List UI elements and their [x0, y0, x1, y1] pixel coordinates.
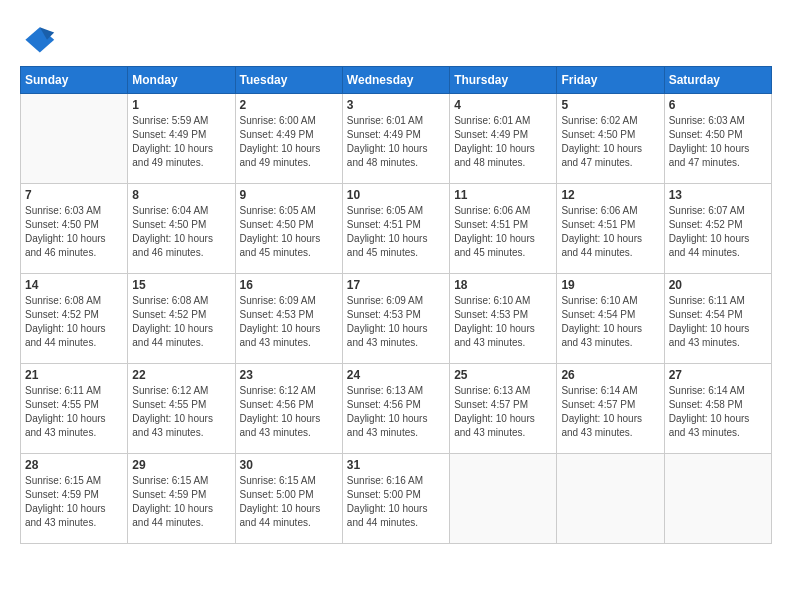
week-row: 28Sunrise: 6:15 AMSunset: 4:59 PMDayligh…: [21, 454, 772, 544]
week-row: 14Sunrise: 6:08 AMSunset: 4:52 PMDayligh…: [21, 274, 772, 364]
day-info: Sunrise: 6:05 AMSunset: 4:50 PMDaylight:…: [240, 204, 338, 260]
day-number: 4: [454, 98, 552, 112]
calendar-header-row: SundayMondayTuesdayWednesdayThursdayFrid…: [21, 67, 772, 94]
calendar-cell: [664, 454, 771, 544]
day-info: Sunrise: 5:59 AMSunset: 4:49 PMDaylight:…: [132, 114, 230, 170]
day-number: 3: [347, 98, 445, 112]
day-info: Sunrise: 6:10 AMSunset: 4:53 PMDaylight:…: [454, 294, 552, 350]
calendar-cell: 24Sunrise: 6:13 AMSunset: 4:56 PMDayligh…: [342, 364, 449, 454]
calendar-cell: 10Sunrise: 6:05 AMSunset: 4:51 PMDayligh…: [342, 184, 449, 274]
day-info: Sunrise: 6:03 AMSunset: 4:50 PMDaylight:…: [25, 204, 123, 260]
day-number: 8: [132, 188, 230, 202]
day-number: 13: [669, 188, 767, 202]
day-number: 24: [347, 368, 445, 382]
day-of-week-header: Saturday: [664, 67, 771, 94]
week-row: 1Sunrise: 5:59 AMSunset: 4:49 PMDaylight…: [21, 94, 772, 184]
day-of-week-header: Sunday: [21, 67, 128, 94]
day-number: 20: [669, 278, 767, 292]
day-number: 18: [454, 278, 552, 292]
day-number: 31: [347, 458, 445, 472]
day-number: 22: [132, 368, 230, 382]
calendar-cell: 7Sunrise: 6:03 AMSunset: 4:50 PMDaylight…: [21, 184, 128, 274]
day-info: Sunrise: 6:16 AMSunset: 5:00 PMDaylight:…: [347, 474, 445, 530]
day-info: Sunrise: 6:15 AMSunset: 5:00 PMDaylight:…: [240, 474, 338, 530]
calendar-cell: 17Sunrise: 6:09 AMSunset: 4:53 PMDayligh…: [342, 274, 449, 364]
day-info: Sunrise: 6:15 AMSunset: 4:59 PMDaylight:…: [132, 474, 230, 530]
day-info: Sunrise: 6:07 AMSunset: 4:52 PMDaylight:…: [669, 204, 767, 260]
day-of-week-header: Monday: [128, 67, 235, 94]
day-number: 25: [454, 368, 552, 382]
day-number: 5: [561, 98, 659, 112]
day-number: 26: [561, 368, 659, 382]
calendar-cell: 14Sunrise: 6:08 AMSunset: 4:52 PMDayligh…: [21, 274, 128, 364]
day-info: Sunrise: 6:11 AMSunset: 4:55 PMDaylight:…: [25, 384, 123, 440]
day-info: Sunrise: 6:04 AMSunset: 4:50 PMDaylight:…: [132, 204, 230, 260]
calendar-cell: 16Sunrise: 6:09 AMSunset: 4:53 PMDayligh…: [235, 274, 342, 364]
day-number: 29: [132, 458, 230, 472]
calendar-cell: [450, 454, 557, 544]
day-number: 6: [669, 98, 767, 112]
day-info: Sunrise: 6:02 AMSunset: 4:50 PMDaylight:…: [561, 114, 659, 170]
day-number: 7: [25, 188, 123, 202]
calendar-cell: 1Sunrise: 5:59 AMSunset: 4:49 PMDaylight…: [128, 94, 235, 184]
day-info: Sunrise: 6:08 AMSunset: 4:52 PMDaylight:…: [132, 294, 230, 350]
day-info: Sunrise: 6:01 AMSunset: 4:49 PMDaylight:…: [347, 114, 445, 170]
day-info: Sunrise: 6:08 AMSunset: 4:52 PMDaylight:…: [25, 294, 123, 350]
calendar-cell: 30Sunrise: 6:15 AMSunset: 5:00 PMDayligh…: [235, 454, 342, 544]
calendar-cell: 18Sunrise: 6:10 AMSunset: 4:53 PMDayligh…: [450, 274, 557, 364]
page-header: [20, 20, 772, 56]
day-info: Sunrise: 6:09 AMSunset: 4:53 PMDaylight:…: [240, 294, 338, 350]
day-number: 9: [240, 188, 338, 202]
logo-icon: [20, 20, 56, 56]
day-number: 27: [669, 368, 767, 382]
day-number: 19: [561, 278, 659, 292]
calendar-cell: 25Sunrise: 6:13 AMSunset: 4:57 PMDayligh…: [450, 364, 557, 454]
day-info: Sunrise: 6:13 AMSunset: 4:57 PMDaylight:…: [454, 384, 552, 440]
day-number: 30: [240, 458, 338, 472]
day-of-week-header: Thursday: [450, 67, 557, 94]
day-number: 17: [347, 278, 445, 292]
calendar-cell: 22Sunrise: 6:12 AMSunset: 4:55 PMDayligh…: [128, 364, 235, 454]
calendar-table: SundayMondayTuesdayWednesdayThursdayFrid…: [20, 66, 772, 544]
calendar-cell: 4Sunrise: 6:01 AMSunset: 4:49 PMDaylight…: [450, 94, 557, 184]
day-info: Sunrise: 6:15 AMSunset: 4:59 PMDaylight:…: [25, 474, 123, 530]
week-row: 21Sunrise: 6:11 AMSunset: 4:55 PMDayligh…: [21, 364, 772, 454]
calendar-cell: 28Sunrise: 6:15 AMSunset: 4:59 PMDayligh…: [21, 454, 128, 544]
calendar-cell: [557, 454, 664, 544]
day-info: Sunrise: 6:12 AMSunset: 4:55 PMDaylight:…: [132, 384, 230, 440]
calendar-cell: 2Sunrise: 6:00 AMSunset: 4:49 PMDaylight…: [235, 94, 342, 184]
calendar-cell: 27Sunrise: 6:14 AMSunset: 4:58 PMDayligh…: [664, 364, 771, 454]
calendar-cell: 11Sunrise: 6:06 AMSunset: 4:51 PMDayligh…: [450, 184, 557, 274]
calendar-cell: 6Sunrise: 6:03 AMSunset: 4:50 PMDaylight…: [664, 94, 771, 184]
calendar-cell: 8Sunrise: 6:04 AMSunset: 4:50 PMDaylight…: [128, 184, 235, 274]
day-number: 28: [25, 458, 123, 472]
day-number: 15: [132, 278, 230, 292]
day-info: Sunrise: 6:06 AMSunset: 4:51 PMDaylight:…: [561, 204, 659, 260]
day-number: 23: [240, 368, 338, 382]
day-info: Sunrise: 6:05 AMSunset: 4:51 PMDaylight:…: [347, 204, 445, 260]
day-number: 14: [25, 278, 123, 292]
day-number: 21: [25, 368, 123, 382]
calendar-cell: [21, 94, 128, 184]
day-number: 12: [561, 188, 659, 202]
day-of-week-header: Tuesday: [235, 67, 342, 94]
calendar-cell: 13Sunrise: 6:07 AMSunset: 4:52 PMDayligh…: [664, 184, 771, 274]
day-info: Sunrise: 6:14 AMSunset: 4:57 PMDaylight:…: [561, 384, 659, 440]
day-number: 2: [240, 98, 338, 112]
day-of-week-header: Wednesday: [342, 67, 449, 94]
day-info: Sunrise: 6:09 AMSunset: 4:53 PMDaylight:…: [347, 294, 445, 350]
day-info: Sunrise: 6:03 AMSunset: 4:50 PMDaylight:…: [669, 114, 767, 170]
day-of-week-header: Friday: [557, 67, 664, 94]
calendar-cell: 5Sunrise: 6:02 AMSunset: 4:50 PMDaylight…: [557, 94, 664, 184]
calendar-cell: 19Sunrise: 6:10 AMSunset: 4:54 PMDayligh…: [557, 274, 664, 364]
day-info: Sunrise: 6:10 AMSunset: 4:54 PMDaylight:…: [561, 294, 659, 350]
calendar-cell: 3Sunrise: 6:01 AMSunset: 4:49 PMDaylight…: [342, 94, 449, 184]
calendar-cell: 21Sunrise: 6:11 AMSunset: 4:55 PMDayligh…: [21, 364, 128, 454]
week-row: 7Sunrise: 6:03 AMSunset: 4:50 PMDaylight…: [21, 184, 772, 274]
calendar-cell: 20Sunrise: 6:11 AMSunset: 4:54 PMDayligh…: [664, 274, 771, 364]
calendar-cell: 9Sunrise: 6:05 AMSunset: 4:50 PMDaylight…: [235, 184, 342, 274]
day-number: 16: [240, 278, 338, 292]
day-number: 11: [454, 188, 552, 202]
day-info: Sunrise: 6:14 AMSunset: 4:58 PMDaylight:…: [669, 384, 767, 440]
day-number: 1: [132, 98, 230, 112]
